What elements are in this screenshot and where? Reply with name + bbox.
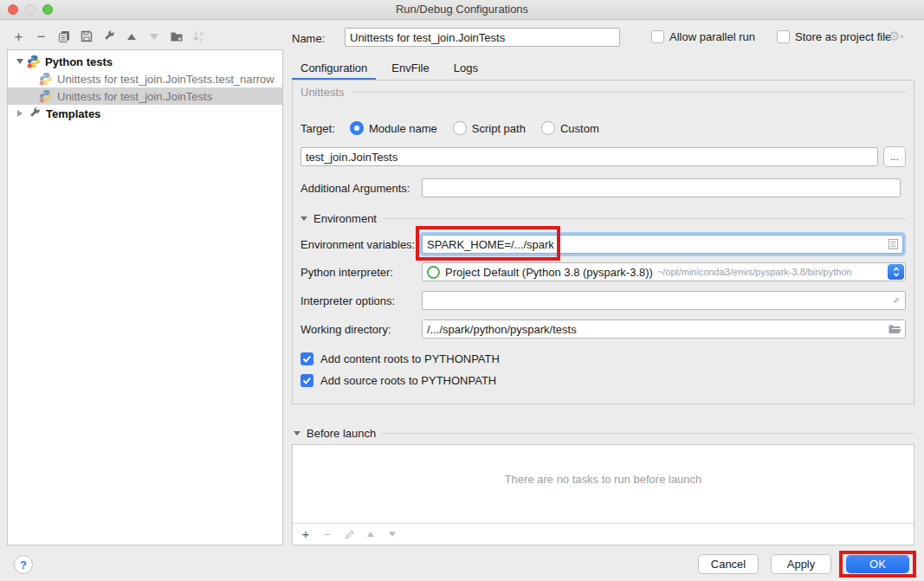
edit-task-icon[interactable] [343, 528, 355, 540]
name-input[interactable] [345, 28, 620, 47]
unittest-config-icon [39, 72, 53, 86]
add-content-roots-checkbox[interactable]: Add content roots to PYTHONPATH [300, 352, 906, 365]
tab-logs[interactable]: Logs [445, 57, 487, 81]
move-task-down-icon[interactable] [386, 528, 398, 540]
add-source-roots-checkbox[interactable]: Add source roots to PYTHONPATH [300, 374, 906, 387]
name-label: Name: [292, 32, 325, 45]
radio-label: Script path [472, 122, 526, 135]
store-as-project-file-checkbox[interactable]: Store as project file [777, 30, 891, 43]
checkbox-label: Store as project file [795, 30, 891, 43]
target-label: Target: [300, 122, 350, 135]
cancel-button[interactable]: Cancel [698, 554, 759, 574]
tree-item-python-tests[interactable]: Python tests [8, 53, 282, 70]
tree-item-label: Unittests for test_join.JoinTests.test_n… [57, 73, 275, 86]
before-launch-task-list: There are no tasks to run before launch … [292, 444, 914, 545]
help-button[interactable]: ? [14, 555, 33, 574]
svg-text:a: a [199, 30, 203, 36]
move-task-up-icon[interactable] [365, 528, 377, 540]
working-directory-row: Working directory: [300, 320, 906, 339]
interpreter-options-input[interactable] [422, 291, 906, 310]
allow-parallel-run-checkbox[interactable]: Allow parallel run [651, 30, 755, 43]
environment-variables-input[interactable] [422, 235, 903, 254]
interpreter-name: Project Default (Python 3.8 (pyspark-3.8… [445, 266, 653, 279]
radio-script-path[interactable]: Script path [453, 121, 526, 135]
tab-envfile[interactable]: EnvFile [383, 57, 437, 81]
module-row: ... [300, 146, 906, 167]
browse-module-button[interactable]: ... [883, 146, 906, 167]
store-options-gear-icon[interactable]: ⚙▾ [888, 29, 903, 45]
title-bar: Run/Debug Configurations [0, 0, 924, 20]
svg-text:z: z [199, 37, 203, 43]
checkbox-box[interactable] [777, 30, 790, 43]
working-directory-input[interactable] [422, 320, 906, 339]
add-task-icon[interactable]: + [300, 528, 312, 540]
copy-configuration-icon[interactable] [56, 29, 71, 44]
tree-item-label: Python tests [45, 55, 113, 68]
add-configuration-icon[interactable]: + [11, 29, 26, 44]
checkbox-label: Add content roots to PYTHONPATH [320, 352, 500, 365]
tree-item-unittests-narrow[interactable]: Unittests for test_join.JoinTests.test_n… [8, 70, 282, 87]
tree-item-label: Unittests for test_join.JoinTests [57, 90, 212, 103]
section-label: Environment [313, 212, 377, 225]
apply-button[interactable]: Apply [771, 554, 831, 574]
python-tests-icon [27, 55, 41, 68]
radio-button[interactable] [350, 121, 364, 135]
configuration-panel: Unittests Target: Module name Script pat… [292, 80, 914, 404]
tree-item-unittests-jointests-selected[interactable]: Unittests for test_join.JoinTests [8, 87, 282, 105]
unittest-config-icon [39, 89, 53, 103]
python-interpreter-row: Python interpreter: Project Default (Pyt… [300, 262, 906, 281]
conda-environment-icon [427, 266, 440, 279]
group-label: Unittests [300, 86, 345, 99]
move-up-icon[interactable] [124, 29, 139, 44]
tab-configuration[interactable]: Configuration [292, 57, 376, 81]
section-label: Before launch [307, 427, 376, 440]
ok-button[interactable]: OK [846, 555, 909, 573]
environment-variables-label: Environment variables: [300, 238, 422, 251]
radio-label: Module name [369, 122, 437, 135]
save-configuration-icon[interactable] [79, 29, 94, 44]
environment-section-header[interactable]: Environment [300, 212, 906, 225]
checkbox-box[interactable] [300, 374, 313, 387]
tree-item-label: Templates [46, 107, 100, 120]
templates-wrench-icon [28, 107, 42, 120]
new-folder-icon[interactable] [169, 29, 184, 44]
target-row: Target: Module name Script path Custom [300, 121, 906, 135]
radio-module-name[interactable]: Module name [350, 121, 437, 135]
before-launch-empty-text: There are no tasks to run before launch [293, 473, 914, 486]
before-launch-toolbar: + − [293, 523, 914, 545]
checkbox-label: Add source roots to PYTHONPATH [320, 374, 496, 387]
working-directory-label: Working directory: [300, 323, 422, 336]
checkbox-box[interactable] [651, 30, 664, 43]
collapse-icon[interactable] [300, 216, 307, 221]
edit-templates-icon[interactable] [101, 29, 116, 44]
tree-item-templates[interactable]: Templates [8, 105, 282, 122]
checkbox-label: Allow parallel run [669, 30, 755, 43]
checkbox-box[interactable] [300, 352, 313, 365]
configurations-tree: Python tests Unittests for test_join.Joi… [7, 49, 283, 545]
browse-folder-icon[interactable] [888, 323, 901, 335]
interpreter-options-row: Interpreter options: [300, 291, 906, 310]
sort-alphabetically-icon[interactable]: az [191, 29, 206, 44]
unittests-group-header: Unittests [300, 86, 906, 99]
expand-icon[interactable] [17, 110, 23, 117]
interpreter-options-label: Interpreter options: [300, 294, 422, 307]
edit-variables-icon[interactable] [888, 238, 899, 250]
additional-arguments-label: Additional Arguments: [300, 182, 422, 195]
environment-variables-row: Environment variables: [300, 235, 906, 254]
radio-button[interactable] [453, 121, 467, 135]
before-launch-section-header[interactable]: Before launch [294, 427, 914, 440]
move-down-icon[interactable] [146, 29, 161, 44]
collapse-icon[interactable] [16, 59, 23, 64]
python-interpreter-select[interactable]: Project Default (Python 3.8 (pyspark-3.8… [422, 262, 906, 281]
python-interpreter-label: Python interpreter: [300, 266, 422, 279]
additional-arguments-input[interactable] [422, 178, 901, 197]
remove-task-icon[interactable]: − [321, 528, 333, 540]
radio-label: Custom [560, 122, 599, 135]
radio-button[interactable] [541, 121, 555, 135]
dropdown-stepper-icon[interactable] [888, 264, 904, 280]
expand-field-icon[interactable] [891, 295, 901, 306]
radio-custom[interactable]: Custom [541, 121, 599, 135]
remove-configuration-icon[interactable]: − [34, 29, 48, 44]
module-name-input[interactable] [300, 147, 878, 166]
collapse-icon[interactable] [294, 431, 300, 436]
